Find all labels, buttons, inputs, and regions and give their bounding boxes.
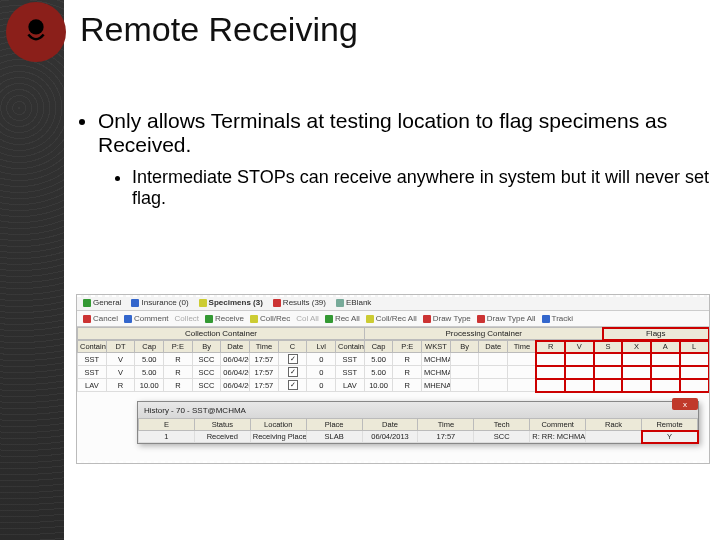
tab-icon	[199, 299, 207, 307]
toolbar: Cancel Comment Collect Receive Coll/Rec …	[77, 311, 709, 327]
specimen-grid: ContainerDTCapP:EByDateTimeCLvlContainer…	[77, 340, 709, 392]
tab-icon	[83, 299, 91, 307]
cancel-icon	[83, 315, 91, 323]
checkbox-icon: ✓	[288, 367, 298, 377]
app-screenshot: General Insurance (0) Specimens (3) Resu…	[76, 294, 710, 464]
col-by: By	[192, 341, 221, 353]
hist-col-e: E	[139, 419, 195, 431]
col-time: Time	[250, 341, 279, 353]
btn-recall[interactable]: Rec All	[325, 314, 360, 323]
tab-specimens[interactable]: Specimens (3)	[199, 298, 263, 307]
svg-point-0	[28, 19, 43, 34]
col-cap: Cap	[364, 341, 393, 353]
col-dt: DT	[106, 341, 135, 353]
section-header: Collection Container Processing Containe…	[77, 327, 709, 340]
bullet-sub: Intermediate STOPs can receive anywhere …	[132, 167, 710, 209]
page-title: Remote Receiving	[80, 10, 710, 49]
hist-col-status: Status	[194, 419, 250, 431]
comment-icon	[124, 315, 132, 323]
brand-logo	[6, 2, 66, 62]
history-header-row: EStatusLocationPlaceDateTimeTechCommentR…	[139, 419, 698, 431]
tracking-icon	[542, 315, 550, 323]
btn-colall[interactable]: Col All	[296, 314, 319, 323]
history-row: 1ReceivedReceiving PlaceSLAB06/04/201317…	[139, 431, 698, 443]
btn-collect[interactable]: Collect	[175, 314, 199, 323]
hist-col-date: Date	[362, 419, 418, 431]
table-row[interactable]: SSTV5.00RSCC06/04/201317:57✓0SST5.00RMCH…	[78, 353, 709, 366]
history-window: History - 70 - SST@MCHMA x EStatusLocati…	[137, 401, 699, 444]
grid-header-row: ContainerDTCapP:EByDateTimeCLvlContainer…	[78, 341, 709, 353]
col-x: X	[622, 341, 651, 353]
collrecall-icon	[366, 315, 374, 323]
section-flags: Flags	[603, 328, 708, 340]
hist-col-tech: Tech	[474, 419, 530, 431]
col-wkst: WKST	[422, 341, 451, 353]
col-cap: Cap	[135, 341, 164, 353]
col-lvl: Lvl	[307, 341, 336, 353]
col-p:e: P:E	[393, 341, 422, 353]
btn-collrec[interactable]: Coll/Rec	[250, 314, 290, 323]
col-s: S	[594, 341, 623, 353]
drawtypeall-icon	[477, 315, 485, 323]
col-a: A	[651, 341, 680, 353]
col-time: Time	[508, 341, 537, 353]
left-texture-strip	[0, 0, 64, 540]
recall-icon	[325, 315, 333, 323]
hist-col-comment: Comment	[530, 419, 586, 431]
btn-drawtypeall[interactable]: Draw Type All	[477, 314, 536, 323]
tab-general[interactable]: General	[83, 298, 121, 307]
btn-cancel[interactable]: Cancel	[83, 314, 118, 323]
col-p:e: P:E	[164, 341, 193, 353]
col-date: Date	[479, 341, 508, 353]
section-processing: Processing Container	[364, 328, 603, 340]
btn-collrecall[interactable]: Coll/Rec All	[366, 314, 417, 323]
hist-col-time: Time	[418, 419, 474, 431]
receive-icon	[205, 315, 213, 323]
history-title: History - 70 - SST@MCHMA	[144, 406, 246, 415]
table-row[interactable]: LAVR10.00RSCC06/04/201317:57✓0LAV10.00RM…	[78, 379, 709, 392]
btn-tracking[interactable]: Tracki	[542, 314, 573, 323]
drawtype-icon	[423, 315, 431, 323]
btn-comment[interactable]: Comment	[124, 314, 169, 323]
close-button[interactable]: x	[672, 398, 698, 410]
bullet-main: Only allows Terminals at testing locatio…	[98, 109, 710, 157]
btn-drawtype[interactable]: Draw Type	[423, 314, 471, 323]
col-container: Container	[78, 341, 107, 353]
table-row[interactable]: SSTV5.00RSCC06/04/201317:57✓0SST5.00RMCH…	[78, 366, 709, 379]
col-l: L	[680, 341, 709, 353]
hist-col-rack: Rack	[586, 419, 642, 431]
collrec-icon	[250, 315, 258, 323]
col-by: By	[450, 341, 479, 353]
tab-icon	[336, 299, 344, 307]
tab-results[interactable]: Results (39)	[273, 298, 326, 307]
col-c: C	[278, 341, 307, 353]
hist-col-place: Place	[306, 419, 362, 431]
tab-icon	[273, 299, 281, 307]
col-date: Date	[221, 341, 250, 353]
hist-col-location: Location	[250, 419, 306, 431]
tab-eblank[interactable]: EBlank	[336, 298, 371, 307]
col-v: V	[565, 341, 594, 353]
section-collection: Collection Container	[78, 328, 365, 340]
bullet-list: Only allows Terminals at testing locatio…	[80, 109, 710, 209]
checkbox-icon: ✓	[288, 380, 298, 390]
btn-receive[interactable]: Receive	[205, 314, 244, 323]
checkbox-icon: ✓	[288, 354, 298, 364]
tab-icon	[131, 299, 139, 307]
col-r: R	[536, 341, 565, 353]
tab-bar: General Insurance (0) Specimens (3) Resu…	[77, 295, 709, 311]
col-container: Container	[336, 341, 365, 353]
tab-insurance[interactable]: Insurance (0)	[131, 298, 188, 307]
hist-col-remote: Remote	[642, 419, 698, 431]
